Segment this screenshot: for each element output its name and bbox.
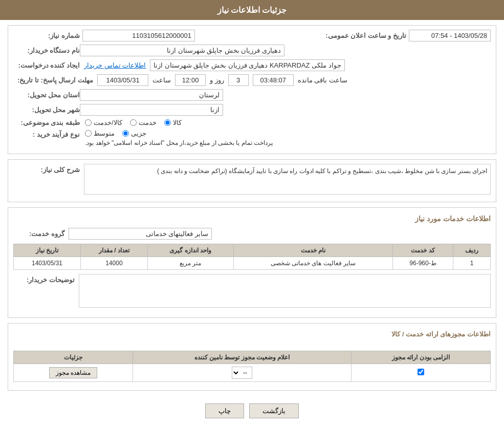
col-name: نام خدمت [233, 244, 393, 257]
col-date: تاریخ نیاز [14, 244, 81, 257]
deadline-time: 12:00 [175, 74, 206, 86]
deadline-date: 1403/05/31 [97, 74, 148, 86]
cell-unit: متر مربع [147, 257, 233, 270]
need-number-label: شماره نیاز: [13, 32, 80, 39]
deadline-days: 3 [228, 74, 249, 86]
public-announcement-label: تاریخ و ساعت اعلان عمومی: [321, 32, 406, 39]
cell-name: سایر فعالیت های خدماتی شخصی [233, 257, 393, 270]
contact-link[interactable]: اطلاعات تماس خریدار [84, 61, 146, 69]
view-license-button[interactable]: مشاهده مجوز [49, 367, 97, 378]
process-label: نوع فرآیند خرید : [13, 130, 80, 138]
cell-quantity: 14000 [80, 257, 147, 270]
cell-date: 1403/05/31 [14, 257, 81, 270]
description-value: اجرای بستر سازی با شن مخلوط ،شیب بندی ،ت… [84, 164, 491, 195]
license-table: الزامی بودن ارائه مجوز اعلام وضعیت مجوز … [13, 351, 491, 382]
deadline-label: مهلت ارسال پاسخ: تا تاریخ: [13, 76, 93, 84]
process-motavaset-radio[interactable] [85, 130, 92, 137]
description-label: شرح کلی نیاز: [13, 164, 80, 174]
process-description: پرداخت تمام یا بخشی از مبلغ خرید،از محل … [85, 139, 273, 146]
license-status-cell[interactable]: -- [133, 364, 352, 382]
remaining-time: 03:48:07 [253, 74, 294, 86]
bottom-buttons: بازگشت چاپ [8, 396, 496, 426]
process-motavaset-item[interactable]: متوسط [85, 130, 115, 137]
process-radio-group: متوسط جزیی [85, 130, 146, 137]
creator-value: جواد ملکی KARPARDAZ دهیاری فرزیان بخش جا… [150, 59, 344, 71]
delivery-province-value: لرستان [80, 89, 223, 101]
subject-kala-radio[interactable] [164, 119, 171, 126]
cell-row: 1 [453, 257, 490, 270]
subject-kala-khedmat-item[interactable]: کالا/خدمت [85, 119, 122, 126]
services-table: ردیف کد خدمت نام خدمت واحد اندازه گیری ت… [13, 244, 491, 270]
deadline-time-label: ساعت [152, 76, 171, 84]
col-unit: واحد اندازه گیری [147, 244, 233, 257]
subject-kala-label: کالا [173, 119, 182, 126]
subject-khedmat-item[interactable]: خدمت [130, 119, 157, 126]
service-group-label: گروه خدمت: [13, 230, 64, 238]
process-motavaset-label: متوسط [94, 130, 115, 137]
service-group-value: سایر فعالیتهای خدماتی [69, 228, 212, 240]
subject-label: طبقه بندی موضوعی: [13, 119, 80, 126]
services-title: اطلاعات خدمات مورد نیاز [13, 212, 491, 225]
process-jozii-radio[interactable] [122, 130, 129, 137]
subject-khedmat-radio[interactable] [130, 119, 137, 126]
table-row: 1 ط-960-96 سایر فعالیت های خدماتی شخصی م… [14, 257, 491, 270]
col-quantity: تعداد / مقدار [80, 244, 147, 257]
subject-kala-item[interactable]: کالا [164, 119, 182, 126]
cell-code: ط-960-96 [393, 257, 453, 270]
license-col-status: اعلام وضعیت مجوز توسط نامین کننده [133, 351, 352, 364]
col-row: ردیف [453, 244, 490, 257]
process-jozii-label: جزیی [131, 130, 146, 137]
back-button[interactable]: بازگشت [249, 403, 299, 418]
need-number-value: 1103105612000001 [82, 30, 195, 41]
page-title: جزئیات اطلاعات نیاز [0, 0, 504, 20]
license-col-details: جزئیات [14, 351, 133, 364]
license-col-required: الزامی بودن ارائه مجوز [351, 351, 490, 364]
public-announcement-value: 1403/05/28 - 07:54 [409, 30, 491, 41]
subject-kala-khedmat-label: کالا/خدمت [94, 119, 122, 126]
license-required-cell [351, 364, 490, 382]
buyer-label: نام دستگاه خریدار: [13, 47, 80, 54]
print-button[interactable]: چاپ [205, 403, 244, 418]
creator-label: ایجاد کننده درخواست: [13, 61, 80, 69]
process-jozii-item[interactable]: جزیی [122, 130, 146, 137]
buyer-value: دهیاری فرزیان بخش جاپلق شهرستان ازنا [80, 45, 284, 56]
col-code: کد خدمت [393, 244, 453, 257]
license-table-row: -- مشاهده مجوز [14, 364, 491, 382]
license-title: اطلاعات مجوزهای ارائه خدمت / کالا [13, 328, 491, 340]
delivery-province-label: استان محل تحویل: [13, 91, 80, 99]
license-status-select[interactable]: -- [232, 367, 252, 379]
license-details-cell[interactable]: مشاهده مجوز [14, 364, 133, 382]
delivery-city-label: شهر محل تحویل: [13, 106, 80, 114]
buyer-notes-textarea[interactable] [79, 274, 491, 308]
remaining-time-label: ساعت باقی مانده [298, 76, 347, 84]
delivery-city-value: ازنا [80, 104, 223, 116]
subject-kala-khedmat-radio[interactable] [85, 119, 92, 126]
buyer-notes-label: توضیحات خریدار: [13, 274, 75, 284]
subject-radio-group: کالا/خدمت خدمت کالا [85, 119, 182, 126]
deadline-days-label: روز و [210, 76, 224, 84]
license-required-checkbox[interactable] [418, 369, 424, 375]
subject-khedmat-label: خدمت [139, 119, 157, 126]
